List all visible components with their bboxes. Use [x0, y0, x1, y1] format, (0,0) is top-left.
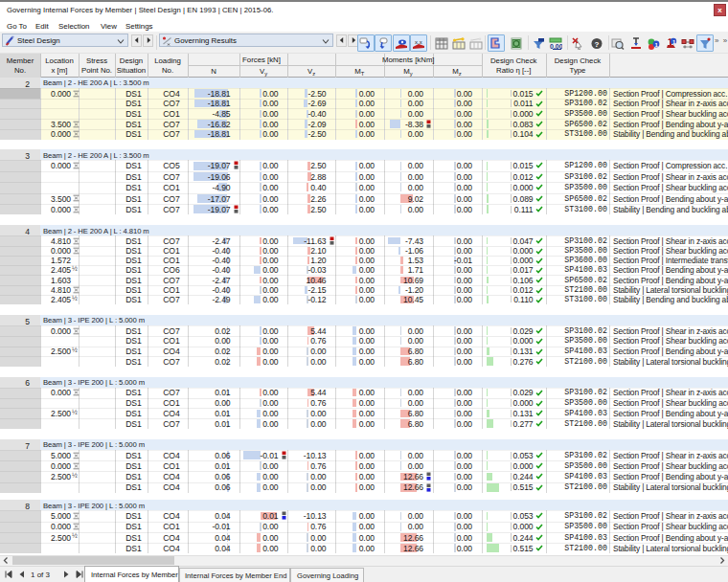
svg-text:x.x: x.x — [415, 39, 422, 45]
svg-text:0.00: 0.00 — [550, 42, 562, 49]
svg-text:?: ? — [595, 39, 600, 48]
